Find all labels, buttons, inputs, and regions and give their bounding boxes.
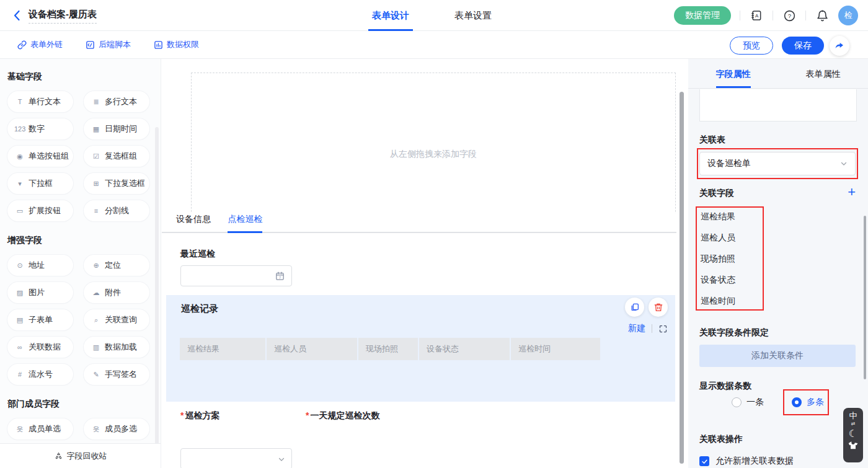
field-pill[interactable]: ⊙ 地址	[7, 255, 73, 276]
recent-inspection-date-input[interactable]: 7	[180, 265, 292, 286]
field-pill-label: 关联数据	[29, 342, 61, 353]
tab-form-settings[interactable]: 表单设置	[454, 0, 492, 31]
recent-inspection-label: 最近巡检	[180, 249, 215, 260]
scrolled-textarea[interactable]	[699, 89, 857, 121]
field-pill[interactable]: ⊕ 定位	[84, 255, 149, 276]
field-pill-label: 下拉复选框	[105, 178, 145, 189]
section-title-member-fields: 部门成员字段	[7, 399, 161, 410]
field-pill[interactable]: ☁ 附件	[84, 282, 149, 303]
share-button[interactable]	[830, 36, 849, 56]
field-pill[interactable]: ▦ 日期时间	[84, 118, 149, 139]
add-condition-button[interactable]: 添加关联条件	[699, 345, 856, 367]
theme-skin-button[interactable]	[848, 441, 858, 450]
external-link-button[interactable]: 表单外链	[17, 39, 63, 50]
data-manage-button[interactable]: 数据管理	[674, 6, 731, 25]
radio-option-multi[interactable]: 多条	[792, 397, 824, 408]
field-pill[interactable]: ≡ 分割线	[84, 200, 149, 221]
related-field-item[interactable]: 现场拍照	[701, 254, 735, 263]
radio-group-icon: ◉	[14, 152, 25, 161]
member-single-icon: 웃	[14, 425, 25, 434]
field-pill[interactable]: ▤ 子表单	[7, 309, 73, 330]
field-pill[interactable]: 123 数字	[7, 118, 73, 139]
field-pill[interactable]: ⌕ 关联查询	[84, 309, 149, 330]
canvas-scrollbar[interactable]	[680, 92, 684, 464]
field-pill[interactable]: ⊞ 下拉复选框	[84, 173, 149, 194]
plan-select[interactable]	[180, 448, 292, 468]
field-pill[interactable]: ≣ 多行文本	[84, 91, 149, 112]
form-toolbar: 表单外链 后端脚本 数据权限 预览 保存	[0, 32, 868, 59]
field-pill[interactable]: ☑ 复选框组	[84, 146, 149, 167]
user-avatar[interactable]: 检	[838, 6, 858, 25]
multi-dropdown-icon: ⊞	[91, 180, 102, 188]
field-pill[interactable]: T 单行文本	[7, 91, 73, 112]
preview-button[interactable]: 预览	[730, 37, 773, 55]
field-pill-label: 附件	[105, 287, 121, 298]
record-column-header: 设备状态	[419, 338, 510, 360]
tab-inspection[interactable]: 点检巡检	[228, 214, 262, 233]
tab-form-properties[interactable]: 表单属性	[778, 59, 868, 88]
field-recycle-bin[interactable]: 字段回收站	[0, 443, 161, 468]
language-toggle-button[interactable]: 中	[849, 412, 857, 420]
form-canvas: 从左侧拖拽来添加字段 设备信息 点检巡检 最近巡检 7 巡检记录 新建 巡检结果…	[162, 59, 688, 468]
drop-zone[interactable]: 从左侧拖拽来添加字段	[191, 73, 676, 227]
notification-button[interactable]	[815, 8, 830, 23]
table-ops-label: 关联表操作	[699, 434, 743, 445]
swap-arrows-icon: ⇄	[851, 422, 856, 426]
data-permission-button[interactable]: 数据权限	[154, 39, 199, 50]
inspection-record-block[interactable]: 巡检记录 新建 巡检结果 巡检人员 现场拍照 设备状态 巡检时间	[166, 295, 675, 402]
serial-number-icon: #	[14, 371, 25, 378]
field-pill[interactable]: ◉ 单选按钮组	[7, 146, 73, 167]
radio-option-single[interactable]: 一条	[732, 397, 764, 408]
related-query-icon: ⌕	[91, 316, 102, 324]
field-pill[interactable]: ▥ 数据加载	[84, 337, 149, 358]
allow-add-checkbox-row[interactable]: 允许新增关联表数据	[699, 456, 794, 467]
add-related-field-button[interactable]: +	[848, 185, 856, 199]
field-pill[interactable]: ∞ 关联数据	[7, 337, 73, 358]
tab-device-info[interactable]: 设备信息	[176, 214, 211, 231]
backend-script-label: 后端脚本	[99, 39, 131, 50]
help-button[interactable]: ?	[782, 8, 797, 23]
related-field-item[interactable]: 设备状态	[701, 275, 735, 285]
divider	[740, 11, 740, 20]
app-header: 设备档案-履历表 表单设计 表单设置 数据管理 A ? 检	[0, 0, 868, 31]
delete-field-button[interactable]	[649, 298, 668, 317]
address-book-button[interactable]: A	[749, 8, 764, 23]
share-arrow-icon	[835, 41, 844, 51]
field-pill[interactable]: 웃 成员单选	[7, 418, 73, 439]
panel-scrollbar[interactable]	[864, 216, 866, 379]
new-record-button[interactable]: 新建	[628, 323, 645, 334]
drop-zone-placeholder: 从左侧拖拽来添加字段	[192, 149, 675, 160]
field-pill-label: 手写签名	[105, 369, 137, 380]
data-permission-label: 数据权限	[167, 39, 199, 50]
count-field-label: *一天规定巡检次数	[306, 410, 379, 422]
divider	[773, 11, 773, 20]
divider-line-icon: ≡	[91, 207, 102, 214]
related-field-item[interactable]: 巡检时间	[701, 296, 735, 306]
field-pill[interactable]: ▾ 下拉框	[7, 173, 73, 194]
related-field-item[interactable]: 巡检结果	[701, 211, 735, 221]
copy-field-button[interactable]	[625, 298, 644, 317]
field-pill[interactable]: ▨ 图片	[7, 282, 73, 303]
tab-field-properties[interactable]: 字段属性	[688, 59, 778, 88]
save-button[interactable]: 保存	[782, 37, 824, 55]
field-pill[interactable]: ✎ 手写签名	[84, 364, 149, 385]
svg-text:7: 7	[279, 276, 281, 280]
form-title[interactable]: 设备档案-履历表	[29, 9, 97, 24]
field-pill[interactable]: 웃 成员多选	[84, 418, 149, 439]
related-table-label: 关联表	[699, 135, 725, 146]
expand-icon[interactable]	[658, 324, 668, 333]
dark-mode-button[interactable]: ☾	[849, 428, 857, 440]
related-table-select[interactable]: 设备巡检单	[699, 152, 856, 175]
backend-script-button[interactable]: 后端脚本	[86, 39, 131, 50]
related-field-item[interactable]: 巡检人员	[701, 232, 735, 242]
subform-icon: ▤	[14, 316, 25, 324]
field-pill[interactable]: ▭ 扩展按钮	[7, 200, 73, 221]
field-pill[interactable]: # 流水号	[7, 364, 73, 385]
tab-form-design[interactable]: 表单设计	[372, 0, 409, 31]
field-pill-label: 流水号	[29, 369, 53, 380]
signature-icon: ✎	[91, 371, 102, 379]
back-button[interactable]	[10, 8, 25, 23]
copy-icon	[630, 302, 640, 312]
multi-line-text-icon: ≣	[91, 98, 102, 106]
sidebar-scrollbar[interactable]	[155, 127, 159, 467]
